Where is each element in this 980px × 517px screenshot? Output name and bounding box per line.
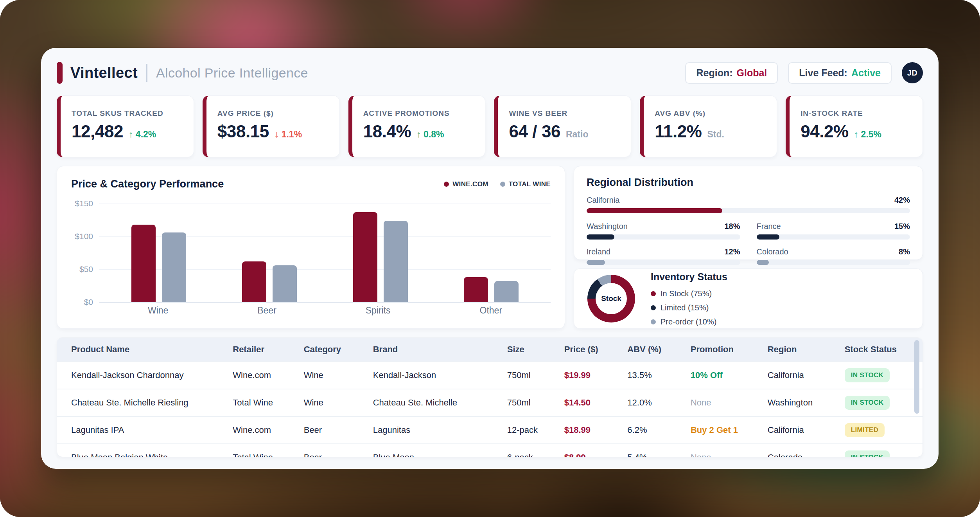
app-subtitle: Alcohol Price Intelligence	[156, 65, 308, 81]
y-axis: $150 $100 $50 $0	[71, 204, 99, 302]
kpi-row: TOTAL SKUS TRACKED 12,482↑ 4.2% AVG PRIC…	[57, 95, 923, 157]
chart-title: Price & Category Performance	[71, 178, 224, 190]
col-region: Region	[768, 338, 845, 362]
table-row: Blue Moon Belgian White Total Wine Beer …	[57, 444, 923, 457]
avatar[interactable]: JD	[902, 62, 923, 83]
region-value: Global	[737, 67, 767, 79]
status-badge: LIMITED	[845, 423, 885, 437]
col-product-name: Product Name	[57, 338, 233, 362]
inventory-donut-chart: Stock	[587, 275, 635, 322]
table-row: Chateau Ste. Michelle Riesling Total Win…	[57, 389, 923, 416]
title-divider	[146, 64, 147, 82]
kpi-card-active-promotions: ACTIVE PROMOTIONS 18.4%↑ 0.8%	[348, 95, 486, 157]
inventory-legend-pre-order: Pre-order (10%)	[651, 317, 727, 326]
chart-legend: WINE.COM TOTAL WINE	[444, 180, 551, 188]
bar-totalwine-beer	[273, 265, 297, 302]
kpi-label: ACTIVE PROMOTIONS	[363, 109, 474, 118]
table-scrollbar-thumb[interactable]	[914, 340, 919, 414]
price-category-chart-panel: Price & Category Performance WINE.COM TO…	[57, 166, 565, 329]
header-controls: Region: Global Live Feed: Active JD	[685, 62, 923, 84]
kpi-value: $38.15	[217, 122, 269, 141]
table-row: Kendall-Jackson Chardonnay Wine.com Wine…	[57, 362, 923, 389]
legend-dot-icon	[651, 291, 656, 296]
bar-totalwine-other	[494, 281, 519, 302]
status-badge: IN STOCK	[845, 396, 890, 410]
region-bar-colorado: Colorado 8%	[757, 247, 910, 265]
bar-winecom-other	[464, 277, 488, 302]
product-table-panel: Product Name Retailer Category Brand Siz…	[57, 337, 923, 457]
inventory-title: Inventory Status	[651, 271, 727, 283]
bar-winecom-wine	[131, 225, 156, 302]
region-selector[interactable]: Region: Global	[685, 62, 778, 84]
donut-center-label: Stock	[587, 275, 635, 322]
legend-dot-icon	[651, 305, 656, 310]
regional-distribution-panel: Regional Distribution California 42% Was…	[574, 166, 923, 260]
kpi-sublabel: Std.	[707, 129, 724, 140]
kpi-delta: ↑ 2.5%	[854, 129, 881, 140]
kpi-label: TOTAL SKUS TRACKED	[72, 109, 183, 118]
col-category: Category	[304, 338, 373, 362]
brand-accent-bar-icon	[57, 62, 63, 84]
kpi-card-wine-vs-beer: WINE VS BEER 64 / 36Ratio	[494, 95, 631, 157]
kpi-label: WINE VS BEER	[509, 109, 620, 118]
legend-dot-icon	[444, 182, 449, 187]
live-feed-status: Active	[851, 67, 881, 79]
right-column: Regional Distribution California 42% Was…	[574, 166, 923, 329]
col-brand: Brand	[373, 338, 507, 362]
col-abv: ABV (%)	[627, 338, 691, 362]
kpi-card-avg-abv: AVG ABV (%) 11.2%Std.	[640, 95, 777, 157]
dashboard-card: Vintellect Alcohol Price Intelligence Re…	[41, 48, 939, 469]
bar-totalwine-wine	[162, 232, 186, 302]
kpi-value: 12,482	[72, 122, 123, 141]
col-stock-status: Stock Status	[845, 338, 923, 362]
kpi-delta: ↑ 4.2%	[129, 129, 156, 140]
kpi-value: 64 / 36	[509, 122, 560, 141]
table-header-row: Product Name Retailer Category Brand Siz…	[57, 338, 923, 362]
bar-group-spirits	[353, 204, 408, 302]
kpi-card-in-stock-rate: IN-STOCK RATE 94.2%↑ 2.5%	[786, 95, 923, 157]
bar-group-wine	[131, 204, 186, 302]
inventory-status-panel: Stock Inventory Status In Stock (75%) Li…	[574, 268, 923, 329]
col-promotion: Promotion	[691, 338, 768, 362]
plot-area	[99, 204, 551, 302]
kpi-delta: ↑ 0.8%	[416, 129, 444, 140]
app-title: Vintellect	[70, 65, 138, 81]
region-bar-ireland: Ireland 12%	[587, 247, 740, 265]
live-feed-label: Live Feed:	[799, 67, 847, 79]
regional-title: Regional Distribution	[587, 177, 910, 189]
region-bar-france: France 15%	[757, 222, 910, 240]
kpi-value: 18.4%	[363, 122, 411, 141]
app-header: Vintellect Alcohol Price Intelligence Re…	[57, 58, 923, 88]
status-badge: IN STOCK	[845, 368, 890, 382]
bar-totalwine-spirits	[384, 221, 408, 302]
kpi-delta: ↓ 1.1%	[275, 129, 302, 140]
main-content: Price & Category Performance WINE.COM TO…	[57, 166, 923, 329]
kpi-sublabel: Ratio	[566, 129, 589, 140]
region-bar-california: California 42%	[587, 196, 910, 213]
x-axis-labels: Wine Beer Spirits Other	[103, 305, 547, 316]
kpi-card-avg-price: AVG PRICE ($) $38.15↓ 1.1%	[203, 95, 340, 157]
col-size: Size	[507, 338, 564, 362]
col-price: Price ($)	[564, 338, 628, 362]
kpi-label: AVG ABV (%)	[655, 109, 766, 118]
legend-dot-icon	[651, 319, 656, 324]
bar-winecom-beer	[242, 261, 266, 302]
region-label: Region:	[696, 67, 732, 79]
brand-logo: Vintellect Alcohol Price Intelligence	[57, 62, 308, 84]
status-badge: IN STOCK	[845, 450, 890, 457]
legend-item-totalwine: TOTAL WINE	[500, 180, 551, 188]
kpi-label: AVG PRICE ($)	[217, 109, 328, 118]
kpi-value: 11.2%	[655, 122, 702, 141]
table-row: Lagunitas IPA Wine.com Beer Lagunitas 12…	[57, 416, 923, 444]
inventory-legend-limited: Limited (15%)	[651, 303, 727, 312]
kpi-value: 94.2%	[801, 122, 849, 141]
legend-item-winecom: WINE.COM	[444, 180, 488, 188]
live-feed-toggle[interactable]: Live Feed: Active	[788, 62, 892, 84]
bar-group-beer	[242, 204, 297, 302]
region-bar-washington: Washington 18%	[587, 222, 740, 240]
kpi-label: IN-STOCK RATE	[801, 109, 912, 118]
inventory-legend-in-stock: In Stock (75%)	[651, 289, 727, 298]
kpi-card-total-skus: TOTAL SKUS TRACKED 12,482↑ 4.2%	[57, 95, 194, 157]
product-table: Product Name Retailer Category Brand Siz…	[57, 338, 923, 457]
legend-dot-icon	[500, 182, 505, 187]
